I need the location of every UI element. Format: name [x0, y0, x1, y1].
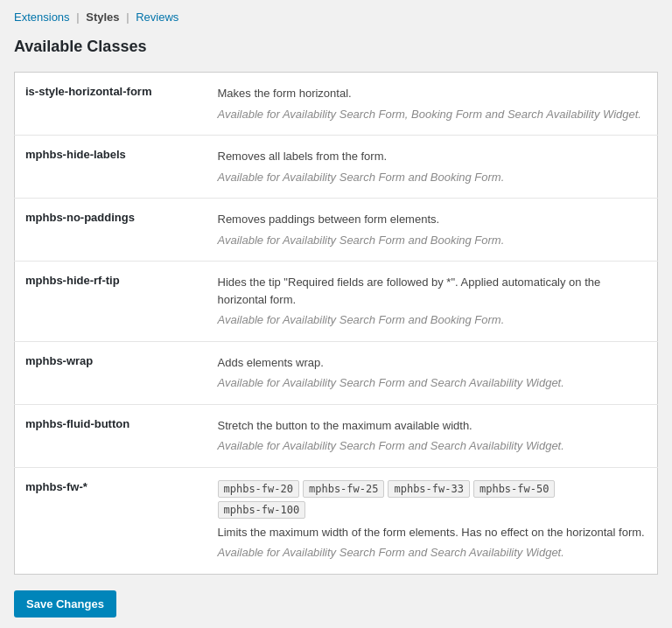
table-row: mphbs-no-paddingsRemoves paddings betwee…: [15, 199, 658, 262]
class-name: mphbs-fluid-button: [15, 404, 207, 467]
table-row: mphbs-fw-*mphbs-fw-20mphbs-fw-25mphbs-fw…: [15, 467, 658, 574]
class-desc-main: Removes all labels from the form.: [218, 148, 648, 165]
class-desc-available: Available for Availability Search Form a…: [218, 311, 648, 329]
class-description: Hides the tip "Required fields are follo…: [207, 262, 658, 342]
class-name: mphbs-hide-rf-tip: [15, 262, 207, 342]
class-desc-main: Limits the maximum width of the form ele…: [218, 524, 648, 541]
class-desc-available: Available for Availability Search Form a…: [218, 544, 648, 562]
tab-styles[interactable]: Styles: [86, 10, 119, 24]
separator-1: |: [76, 10, 79, 24]
tab-reviews[interactable]: Reviews: [136, 10, 178, 24]
tab-navigation: Extensions | Styles | Reviews: [14, 10, 658, 24]
code-tag: mphbs-fw-50: [473, 480, 555, 498]
table-row: mphbs-hide-labelsRemoves all labels from…: [15, 136, 658, 199]
class-description: Stretch the button to the maximum availa…: [207, 404, 658, 467]
code-tag: mphbs-fw-33: [388, 480, 469, 498]
class-desc-main: Hides the tip "Required fields are follo…: [218, 274, 648, 308]
table-row: is-style-horizontal-formMakes the form h…: [15, 73, 658, 136]
class-desc-available: Available for Availability Search Form a…: [218, 169, 648, 186]
class-desc-main: Removes paddings between form elements.: [218, 211, 648, 228]
table-row: mphbs-fluid-buttonStretch the button to …: [15, 404, 658, 467]
class-desc-main: Makes the form horizontal.: [218, 85, 648, 102]
code-tag: mphbs-fw-20: [218, 480, 299, 498]
class-desc-available: Available for Availability Search Form, …: [218, 106, 648, 123]
class-desc-available: Available for Availability Search Form a…: [218, 374, 648, 392]
class-description: Adds elements wrap.Available for Availab…: [207, 341, 658, 404]
code-tag: mphbs-fw-100: [218, 501, 306, 519]
class-name: mphbs-no-paddings: [15, 199, 207, 262]
table-row: mphbs-hide-rf-tipHides the tip "Required…: [15, 262, 658, 342]
save-changes-button[interactable]: Save Changes: [14, 590, 116, 618]
class-desc-main: Adds elements wrap.: [218, 354, 648, 372]
class-name: mphbs-hide-labels: [15, 136, 207, 199]
class-name: mphbs-wrap: [15, 341, 207, 404]
separator-2: |: [126, 10, 129, 24]
tab-extensions[interactable]: Extensions: [14, 10, 70, 24]
section-title: Available Classes: [14, 38, 658, 56]
code-tags: mphbs-fw-20mphbs-fw-25mphbs-fw-33mphbs-f…: [218, 480, 648, 519]
code-tag: mphbs-fw-25: [303, 480, 384, 498]
class-desc-available: Available for Availability Search Form a…: [218, 437, 648, 455]
class-name: is-style-horizontal-form: [15, 73, 207, 136]
class-desc-available: Available for Availability Search Form a…: [218, 232, 648, 249]
class-description: Removes paddings between form elements.A…: [207, 199, 658, 262]
class-description: mphbs-fw-20mphbs-fw-25mphbs-fw-33mphbs-f…: [207, 467, 658, 574]
class-description: Removes all labels from the form.Availab…: [207, 136, 658, 199]
class-desc-main: Stretch the button to the maximum availa…: [218, 417, 648, 435]
classes-table: is-style-horizontal-formMakes the form h…: [14, 72, 658, 575]
class-name: mphbs-fw-*: [15, 467, 207, 574]
table-row: mphbs-wrapAdds elements wrap.Available f…: [15, 341, 658, 404]
highlight-text: maximum: [342, 419, 391, 432]
class-description: Makes the form horizontal.Available for …: [207, 73, 658, 136]
